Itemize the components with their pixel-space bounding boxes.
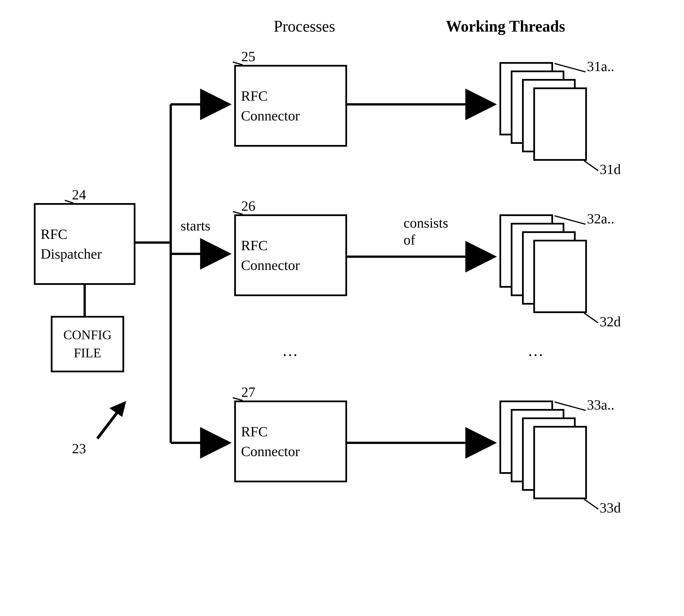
connector-25-line2: Connector bbox=[241, 106, 300, 126]
thread-stack-31 bbox=[499, 62, 590, 163]
ellipsis-threads: … bbox=[528, 341, 543, 360]
header-working-threads: Working Threads bbox=[446, 17, 565, 36]
rfc-connector-26: RFC Connector bbox=[234, 214, 347, 296]
config-file-box: CONFIG FILE bbox=[51, 316, 124, 372]
header-processes: Processes bbox=[274, 17, 335, 36]
connector-27-line1: RFC bbox=[241, 422, 268, 441]
connector-ref-25: 25 bbox=[241, 48, 255, 65]
svg-marker-20 bbox=[112, 403, 124, 415]
thread-stack-32 bbox=[499, 214, 590, 316]
edge-label-starts: starts bbox=[180, 217, 211, 234]
config-file-line2: FILE bbox=[74, 344, 101, 362]
rfc-connector-25: RFC Connector bbox=[234, 65, 347, 147]
connector-25-line1: RFC bbox=[241, 86, 268, 106]
connector-26-line1: RFC bbox=[241, 236, 268, 255]
connector-ref-26: 26 bbox=[241, 197, 255, 214]
dispatcher-line2: Dispatcher bbox=[41, 244, 102, 264]
thread-stack-33 bbox=[499, 400, 590, 502]
dispatcher-line1: RFC bbox=[41, 224, 67, 244]
diagram-canvas: Processes Working Threads 24 RFC Dispatc… bbox=[0, 0, 684, 616]
thread-32-last: 32d bbox=[600, 313, 621, 330]
thread-31-first: 31a.. bbox=[587, 58, 614, 75]
figure-ref-23: 23 bbox=[72, 440, 86, 457]
rfc-dispatcher-box: RFC Dispatcher bbox=[34, 203, 135, 285]
svg-line-19 bbox=[98, 403, 124, 439]
ellipsis-processes: … bbox=[282, 341, 298, 360]
edge-label-consists-of: consists of bbox=[404, 214, 448, 248]
config-file-line1: CONFIG bbox=[63, 326, 111, 344]
thread-33-last: 33d bbox=[600, 499, 621, 516]
thread-33-first: 33a.. bbox=[587, 396, 614, 413]
connector-26-line2: Connector bbox=[241, 255, 300, 275]
dispatcher-ref: 24 bbox=[72, 186, 86, 203]
thread-31-last: 31d bbox=[600, 161, 621, 178]
thread-32-first: 32a.. bbox=[587, 210, 614, 227]
connector-ref-27: 27 bbox=[241, 383, 255, 400]
connector-27-line2: Connector bbox=[241, 441, 300, 461]
rfc-connector-27: RFC Connector bbox=[234, 400, 347, 482]
